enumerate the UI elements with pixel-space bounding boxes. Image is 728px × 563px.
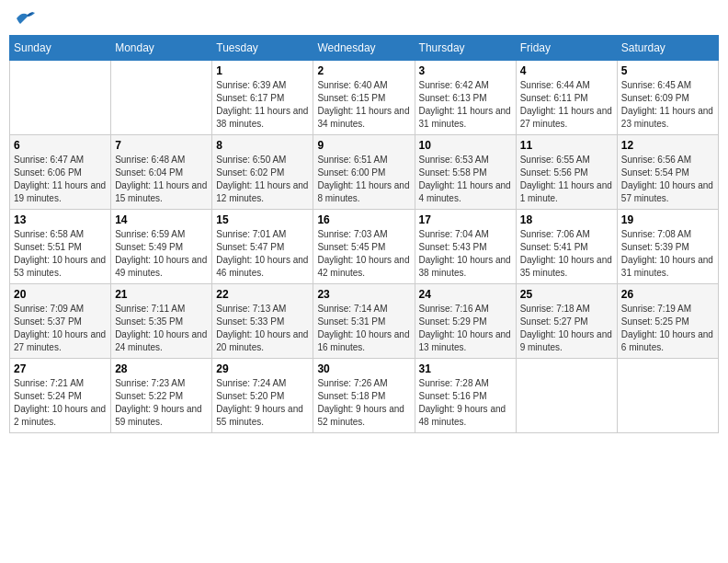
calendar-cell: 7Sunrise: 6:48 AMSunset: 6:04 PMDaylight… bbox=[111, 135, 212, 210]
day-info: Sunrise: 7:13 AMSunset: 5:33 PMDaylight:… bbox=[216, 303, 309, 354]
day-number: 4 bbox=[520, 64, 613, 77]
calendar-cell: 10Sunrise: 6:53 AMSunset: 5:58 PMDayligh… bbox=[415, 135, 516, 210]
day-info: Sunrise: 7:09 AMSunset: 5:37 PMDaylight:… bbox=[14, 303, 107, 354]
calendar-cell: 6Sunrise: 6:47 AMSunset: 6:06 PMDaylight… bbox=[10, 135, 111, 210]
logo bbox=[13, 9, 37, 28]
day-info: Sunrise: 7:01 AMSunset: 5:47 PMDaylight:… bbox=[216, 228, 309, 280]
day-info: Sunrise: 6:48 AMSunset: 6:04 PMDaylight:… bbox=[115, 154, 208, 205]
day-info: Sunrise: 7:04 AMSunset: 5:43 PMDaylight:… bbox=[419, 228, 512, 280]
calendar-cell: 28Sunrise: 7:23 AMSunset: 5:22 PMDayligh… bbox=[111, 359, 212, 433]
day-number: 20 bbox=[14, 288, 107, 301]
day-number: 30 bbox=[317, 362, 410, 375]
calendar-cell: 13Sunrise: 6:58 AMSunset: 5:51 PMDayligh… bbox=[10, 210, 111, 284]
day-number: 17 bbox=[419, 213, 512, 226]
calendar-cell: 15Sunrise: 7:01 AMSunset: 5:47 PMDayligh… bbox=[212, 210, 313, 284]
day-number: 13 bbox=[14, 213, 107, 226]
day-number: 15 bbox=[216, 213, 309, 226]
day-number: 3 bbox=[419, 64, 512, 77]
calendar-cell: 12Sunrise: 6:56 AMSunset: 5:54 PMDayligh… bbox=[617, 135, 718, 210]
weekday-header-saturday: Saturday bbox=[617, 36, 718, 61]
day-info: Sunrise: 7:18 AMSunset: 5:27 PMDaylight:… bbox=[520, 303, 613, 354]
calendar-cell bbox=[10, 61, 111, 135]
calendar-cell: 18Sunrise: 7:06 AMSunset: 5:41 PMDayligh… bbox=[516, 210, 617, 284]
day-number: 21 bbox=[115, 288, 208, 301]
day-number: 22 bbox=[216, 288, 309, 301]
day-number: 9 bbox=[317, 139, 410, 152]
day-info: Sunrise: 6:42 AMSunset: 6:13 PMDaylight:… bbox=[419, 79, 512, 131]
day-info: Sunrise: 7:24 AMSunset: 5:20 PMDaylight:… bbox=[216, 377, 309, 429]
day-info: Sunrise: 7:08 AMSunset: 5:39 PMDaylight:… bbox=[621, 228, 714, 280]
day-info: Sunrise: 6:40 AMSunset: 6:15 PMDaylight:… bbox=[317, 79, 410, 131]
day-info: Sunrise: 7:06 AMSunset: 5:41 PMDaylight:… bbox=[520, 228, 613, 280]
day-info: Sunrise: 6:56 AMSunset: 5:54 PMDaylight:… bbox=[621, 154, 714, 205]
calendar-cell: 3Sunrise: 6:42 AMSunset: 6:13 PMDaylight… bbox=[415, 61, 516, 135]
calendar-cell bbox=[111, 61, 212, 135]
calendar-cell: 30Sunrise: 7:26 AMSunset: 5:18 PMDayligh… bbox=[313, 359, 415, 433]
calendar-cell: 1Sunrise: 6:39 AMSunset: 6:17 PMDaylight… bbox=[212, 61, 313, 135]
weekday-header-tuesday: Tuesday bbox=[212, 36, 313, 61]
calendar-cell: 26Sunrise: 7:19 AMSunset: 5:25 PMDayligh… bbox=[617, 284, 718, 359]
page-header bbox=[9, 9, 719, 28]
day-number: 2 bbox=[317, 64, 410, 77]
day-number: 10 bbox=[419, 139, 512, 152]
calendar-cell: 27Sunrise: 7:21 AMSunset: 5:24 PMDayligh… bbox=[10, 359, 111, 433]
calendar-cell: 24Sunrise: 7:16 AMSunset: 5:29 PMDayligh… bbox=[415, 284, 516, 359]
calendar-cell: 20Sunrise: 7:09 AMSunset: 5:37 PMDayligh… bbox=[10, 284, 111, 359]
calendar-cell: 29Sunrise: 7:24 AMSunset: 5:20 PMDayligh… bbox=[212, 359, 313, 433]
day-info: Sunrise: 7:19 AMSunset: 5:25 PMDaylight:… bbox=[621, 303, 714, 354]
weekday-header-sunday: Sunday bbox=[10, 36, 111, 61]
day-info: Sunrise: 6:39 AMSunset: 6:17 PMDaylight:… bbox=[216, 79, 309, 131]
day-info: Sunrise: 6:47 AMSunset: 6:06 PMDaylight:… bbox=[14, 154, 107, 205]
day-number: 19 bbox=[621, 213, 714, 226]
calendar-header-row: SundayMondayTuesdayWednesdayThursdayFrid… bbox=[10, 36, 719, 61]
day-number: 26 bbox=[621, 288, 714, 301]
calendar-cell: 23Sunrise: 7:14 AMSunset: 5:31 PMDayligh… bbox=[313, 284, 415, 359]
calendar-cell: 17Sunrise: 7:04 AMSunset: 5:43 PMDayligh… bbox=[415, 210, 516, 284]
calendar-cell: 16Sunrise: 7:03 AMSunset: 5:45 PMDayligh… bbox=[313, 210, 415, 284]
calendar-cell: 4Sunrise: 6:44 AMSunset: 6:11 PMDaylight… bbox=[516, 61, 617, 135]
calendar-week-row: 20Sunrise: 7:09 AMSunset: 5:37 PMDayligh… bbox=[10, 284, 719, 359]
day-number: 1 bbox=[216, 64, 309, 77]
day-info: Sunrise: 7:11 AMSunset: 5:35 PMDaylight:… bbox=[115, 303, 208, 354]
day-number: 27 bbox=[14, 362, 107, 375]
calendar-cell: 5Sunrise: 6:45 AMSunset: 6:09 PMDaylight… bbox=[617, 61, 718, 135]
weekday-header-friday: Friday bbox=[516, 36, 617, 61]
calendar-cell: 25Sunrise: 7:18 AMSunset: 5:27 PMDayligh… bbox=[516, 284, 617, 359]
calendar-table: SundayMondayTuesdayWednesdayThursdayFrid… bbox=[9, 35, 719, 433]
calendar-week-row: 27Sunrise: 7:21 AMSunset: 5:24 PMDayligh… bbox=[10, 359, 719, 433]
calendar-cell: 11Sunrise: 6:55 AMSunset: 5:56 PMDayligh… bbox=[516, 135, 617, 210]
day-info: Sunrise: 7:23 AMSunset: 5:22 PMDaylight:… bbox=[115, 377, 208, 429]
day-number: 28 bbox=[115, 362, 208, 375]
calendar-week-row: 13Sunrise: 6:58 AMSunset: 5:51 PMDayligh… bbox=[10, 210, 719, 284]
day-info: Sunrise: 7:28 AMSunset: 5:16 PMDaylight:… bbox=[419, 377, 512, 429]
day-number: 12 bbox=[621, 139, 714, 152]
day-number: 11 bbox=[520, 139, 613, 152]
day-number: 7 bbox=[115, 139, 208, 152]
day-info: Sunrise: 7:21 AMSunset: 5:24 PMDaylight:… bbox=[14, 377, 107, 429]
day-info: Sunrise: 6:51 AMSunset: 6:00 PMDaylight:… bbox=[317, 154, 410, 205]
day-number: 6 bbox=[14, 139, 107, 152]
calendar-cell: 21Sunrise: 7:11 AMSunset: 5:35 PMDayligh… bbox=[111, 284, 212, 359]
weekday-header-thursday: Thursday bbox=[415, 36, 516, 61]
day-number: 29 bbox=[216, 362, 309, 375]
day-info: Sunrise: 6:50 AMSunset: 6:02 PMDaylight:… bbox=[216, 154, 309, 205]
day-info: Sunrise: 6:53 AMSunset: 5:58 PMDaylight:… bbox=[419, 154, 512, 205]
day-number: 14 bbox=[115, 213, 208, 226]
calendar-cell: 9Sunrise: 6:51 AMSunset: 6:00 PMDaylight… bbox=[313, 135, 415, 210]
day-number: 25 bbox=[520, 288, 613, 301]
day-info: Sunrise: 7:26 AMSunset: 5:18 PMDaylight:… bbox=[317, 377, 410, 429]
calendar-cell bbox=[516, 359, 617, 433]
calendar-week-row: 6Sunrise: 6:47 AMSunset: 6:06 PMDaylight… bbox=[10, 135, 719, 210]
day-number: 18 bbox=[520, 213, 613, 226]
day-number: 5 bbox=[621, 64, 714, 77]
calendar-cell: 19Sunrise: 7:08 AMSunset: 5:39 PMDayligh… bbox=[617, 210, 718, 284]
logo-bird-icon bbox=[15, 9, 37, 28]
calendar-cell: 8Sunrise: 6:50 AMSunset: 6:02 PMDaylight… bbox=[212, 135, 313, 210]
day-info: Sunrise: 7:03 AMSunset: 5:45 PMDaylight:… bbox=[317, 228, 410, 280]
day-info: Sunrise: 6:58 AMSunset: 5:51 PMDaylight:… bbox=[14, 228, 107, 280]
calendar-cell bbox=[617, 359, 718, 433]
day-number: 24 bbox=[419, 288, 512, 301]
calendar-week-row: 1Sunrise: 6:39 AMSunset: 6:17 PMDaylight… bbox=[10, 61, 719, 135]
day-info: Sunrise: 7:14 AMSunset: 5:31 PMDaylight:… bbox=[317, 303, 410, 354]
calendar-cell: 14Sunrise: 6:59 AMSunset: 5:49 PMDayligh… bbox=[111, 210, 212, 284]
